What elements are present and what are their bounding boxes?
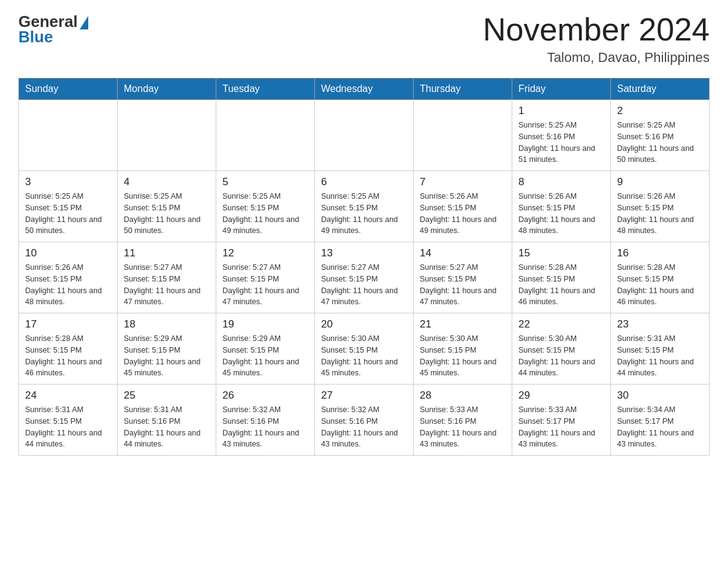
logo-triangle-icon bbox=[80, 16, 88, 29]
day-number: 17 bbox=[25, 318, 111, 331]
day-info: Sunrise: 5:34 AM Sunset: 5:17 PM Dayligh… bbox=[617, 404, 703, 450]
logo-blue-text: Blue bbox=[18, 28, 53, 47]
day-number: 28 bbox=[420, 389, 506, 402]
day-info: Sunrise: 5:26 AM Sunset: 5:15 PM Dayligh… bbox=[518, 191, 604, 237]
day-info: Sunrise: 5:31 AM Sunset: 5:16 PM Dayligh… bbox=[124, 404, 210, 450]
day-info: Sunrise: 5:25 AM Sunset: 5:16 PM Dayligh… bbox=[617, 120, 703, 166]
day-info: Sunrise: 5:28 AM Sunset: 5:15 PM Dayligh… bbox=[518, 262, 604, 308]
day-number: 2 bbox=[617, 105, 703, 117]
day-info: Sunrise: 5:25 AM Sunset: 5:15 PM Dayligh… bbox=[321, 191, 407, 237]
day-info: Sunrise: 5:28 AM Sunset: 5:15 PM Dayligh… bbox=[617, 262, 703, 308]
weekday-header-tuesday: Tuesday bbox=[216, 79, 315, 100]
calendar-cell: 30Sunrise: 5:34 AM Sunset: 5:17 PM Dayli… bbox=[611, 385, 710, 456]
calendar-cell: 20Sunrise: 5:30 AM Sunset: 5:15 PM Dayli… bbox=[315, 313, 414, 385]
day-number: 21 bbox=[420, 318, 506, 331]
day-number: 5 bbox=[222, 176, 308, 188]
day-number: 26 bbox=[222, 389, 308, 402]
calendar-cell: 19Sunrise: 5:29 AM Sunset: 5:15 PM Dayli… bbox=[216, 313, 315, 385]
day-number: 15 bbox=[518, 247, 604, 259]
calendar-cell: 1Sunrise: 5:25 AM Sunset: 5:16 PM Daylig… bbox=[512, 100, 611, 171]
calendar-cell: 8Sunrise: 5:26 AM Sunset: 5:15 PM Daylig… bbox=[512, 171, 611, 242]
week-row-1: 1Sunrise: 5:25 AM Sunset: 5:16 PM Daylig… bbox=[19, 100, 710, 171]
day-info: Sunrise: 5:33 AM Sunset: 5:16 PM Dayligh… bbox=[420, 404, 506, 450]
day-info: Sunrise: 5:30 AM Sunset: 5:15 PM Dayligh… bbox=[420, 333, 506, 379]
day-number: 20 bbox=[321, 318, 407, 331]
calendar-header-row: SundayMondayTuesdayWednesdayThursdayFrid… bbox=[19, 79, 710, 100]
calendar-cell: 11Sunrise: 5:27 AM Sunset: 5:15 PM Dayli… bbox=[118, 242, 216, 313]
day-number: 1 bbox=[518, 105, 604, 117]
calendar-cell: 2Sunrise: 5:25 AM Sunset: 5:16 PM Daylig… bbox=[611, 100, 710, 171]
week-row-5: 24Sunrise: 5:31 AM Sunset: 5:15 PM Dayli… bbox=[19, 385, 710, 456]
day-info: Sunrise: 5:29 AM Sunset: 5:15 PM Dayligh… bbox=[222, 333, 308, 379]
calendar-cell: 7Sunrise: 5:26 AM Sunset: 5:15 PM Daylig… bbox=[414, 171, 512, 242]
title-area: November 2024 Talomo, Davao, Philippines bbox=[483, 12, 710, 66]
day-number: 14 bbox=[420, 247, 506, 259]
day-number: 24 bbox=[25, 389, 111, 402]
calendar-cell: 12Sunrise: 5:27 AM Sunset: 5:15 PM Dayli… bbox=[216, 242, 315, 313]
day-number: 13 bbox=[321, 247, 407, 259]
day-info: Sunrise: 5:27 AM Sunset: 5:15 PM Dayligh… bbox=[420, 262, 506, 308]
day-number: 10 bbox=[25, 247, 111, 259]
day-number: 30 bbox=[617, 389, 703, 402]
day-number: 19 bbox=[222, 318, 308, 331]
day-number: 25 bbox=[124, 389, 210, 402]
day-number: 8 bbox=[518, 176, 604, 188]
month-title: November 2024 bbox=[483, 12, 710, 47]
day-info: Sunrise: 5:25 AM Sunset: 5:15 PM Dayligh… bbox=[25, 191, 111, 237]
calendar-cell bbox=[19, 100, 118, 171]
calendar-cell: 14Sunrise: 5:27 AM Sunset: 5:15 PM Dayli… bbox=[414, 242, 512, 313]
day-info: Sunrise: 5:26 AM Sunset: 5:15 PM Dayligh… bbox=[617, 191, 703, 237]
day-info: Sunrise: 5:30 AM Sunset: 5:15 PM Dayligh… bbox=[518, 333, 604, 379]
calendar-cell bbox=[118, 100, 216, 171]
day-info: Sunrise: 5:26 AM Sunset: 5:15 PM Dayligh… bbox=[420, 191, 506, 237]
day-info: Sunrise: 5:32 AM Sunset: 5:16 PM Dayligh… bbox=[222, 404, 308, 450]
calendar-cell: 21Sunrise: 5:30 AM Sunset: 5:15 PM Dayli… bbox=[414, 313, 512, 385]
calendar-table: SundayMondayTuesdayWednesdayThursdayFrid… bbox=[18, 78, 710, 456]
calendar-cell: 9Sunrise: 5:26 AM Sunset: 5:15 PM Daylig… bbox=[611, 171, 710, 242]
day-info: Sunrise: 5:27 AM Sunset: 5:15 PM Dayligh… bbox=[124, 262, 210, 308]
calendar-cell: 5Sunrise: 5:25 AM Sunset: 5:15 PM Daylig… bbox=[216, 171, 315, 242]
day-info: Sunrise: 5:29 AM Sunset: 5:15 PM Dayligh… bbox=[124, 333, 210, 379]
day-number: 6 bbox=[321, 176, 407, 188]
calendar-cell: 26Sunrise: 5:32 AM Sunset: 5:16 PM Dayli… bbox=[216, 385, 315, 456]
day-info: Sunrise: 5:27 AM Sunset: 5:15 PM Dayligh… bbox=[222, 262, 308, 308]
calendar-cell: 29Sunrise: 5:33 AM Sunset: 5:17 PM Dayli… bbox=[512, 385, 611, 456]
week-row-4: 17Sunrise: 5:28 AM Sunset: 5:15 PM Dayli… bbox=[19, 313, 710, 385]
day-number: 29 bbox=[518, 389, 604, 402]
day-info: Sunrise: 5:28 AM Sunset: 5:15 PM Dayligh… bbox=[25, 333, 111, 379]
day-info: Sunrise: 5:31 AM Sunset: 5:15 PM Dayligh… bbox=[617, 333, 703, 379]
day-number: 16 bbox=[617, 247, 703, 259]
calendar-cell: 16Sunrise: 5:28 AM Sunset: 5:15 PM Dayli… bbox=[611, 242, 710, 313]
calendar-cell: 13Sunrise: 5:27 AM Sunset: 5:15 PM Dayli… bbox=[315, 242, 414, 313]
weekday-header-monday: Monday bbox=[118, 79, 216, 100]
calendar-cell: 23Sunrise: 5:31 AM Sunset: 5:15 PM Dayli… bbox=[611, 313, 710, 385]
weekday-header-sunday: Sunday bbox=[19, 79, 118, 100]
weekday-header-wednesday: Wednesday bbox=[315, 79, 414, 100]
calendar-cell: 15Sunrise: 5:28 AM Sunset: 5:15 PM Dayli… bbox=[512, 242, 611, 313]
calendar-cell: 28Sunrise: 5:33 AM Sunset: 5:16 PM Dayli… bbox=[414, 385, 512, 456]
day-info: Sunrise: 5:30 AM Sunset: 5:15 PM Dayligh… bbox=[321, 333, 407, 379]
day-info: Sunrise: 5:32 AM Sunset: 5:16 PM Dayligh… bbox=[321, 404, 407, 450]
day-number: 7 bbox=[420, 176, 506, 188]
calendar-cell: 3Sunrise: 5:25 AM Sunset: 5:15 PM Daylig… bbox=[19, 171, 118, 242]
calendar-cell: 25Sunrise: 5:31 AM Sunset: 5:16 PM Dayli… bbox=[118, 385, 216, 456]
calendar-cell bbox=[216, 100, 315, 171]
calendar-cell: 27Sunrise: 5:32 AM Sunset: 5:16 PM Dayli… bbox=[315, 385, 414, 456]
week-row-3: 10Sunrise: 5:26 AM Sunset: 5:15 PM Dayli… bbox=[19, 242, 710, 313]
calendar-cell: 18Sunrise: 5:29 AM Sunset: 5:15 PM Dayli… bbox=[118, 313, 216, 385]
day-info: Sunrise: 5:25 AM Sunset: 5:16 PM Dayligh… bbox=[518, 120, 604, 166]
page-header: General Blue November 2024 Talomo, Davao… bbox=[18, 12, 710, 66]
logo: General Blue bbox=[18, 12, 88, 47]
day-number: 12 bbox=[222, 247, 308, 259]
week-row-2: 3Sunrise: 5:25 AM Sunset: 5:15 PM Daylig… bbox=[19, 171, 710, 242]
day-number: 4 bbox=[124, 176, 210, 188]
calendar-cell: 17Sunrise: 5:28 AM Sunset: 5:15 PM Dayli… bbox=[19, 313, 118, 385]
calendar-cell: 4Sunrise: 5:25 AM Sunset: 5:15 PM Daylig… bbox=[118, 171, 216, 242]
day-info: Sunrise: 5:27 AM Sunset: 5:15 PM Dayligh… bbox=[321, 262, 407, 308]
weekday-header-saturday: Saturday bbox=[611, 79, 710, 100]
calendar-cell: 6Sunrise: 5:25 AM Sunset: 5:15 PM Daylig… bbox=[315, 171, 414, 242]
calendar-cell: 10Sunrise: 5:26 AM Sunset: 5:15 PM Dayli… bbox=[19, 242, 118, 313]
location-subtitle: Talomo, Davao, Philippines bbox=[483, 50, 710, 66]
day-number: 9 bbox=[617, 176, 703, 188]
day-info: Sunrise: 5:33 AM Sunset: 5:17 PM Dayligh… bbox=[518, 404, 604, 450]
